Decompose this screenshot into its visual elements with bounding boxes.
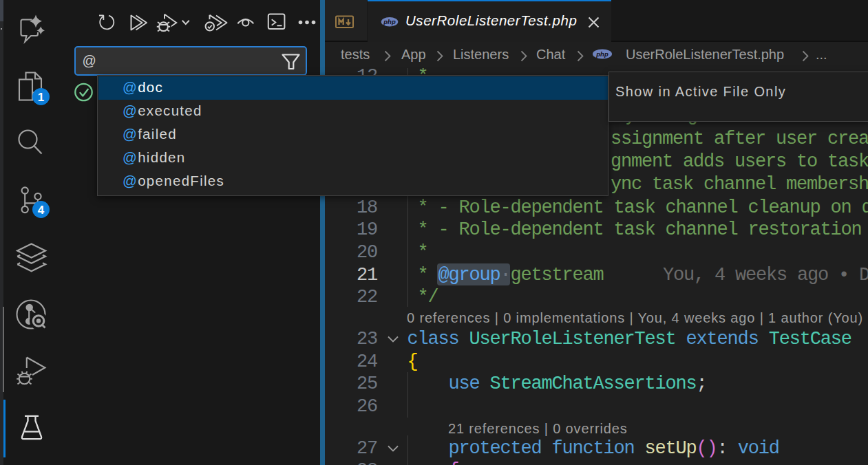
svg-text:4: 4	[38, 204, 45, 217]
svg-text:1: 1	[38, 91, 44, 104]
svg-text:php: php	[383, 18, 396, 25]
svg-text:php: php	[595, 50, 608, 58]
